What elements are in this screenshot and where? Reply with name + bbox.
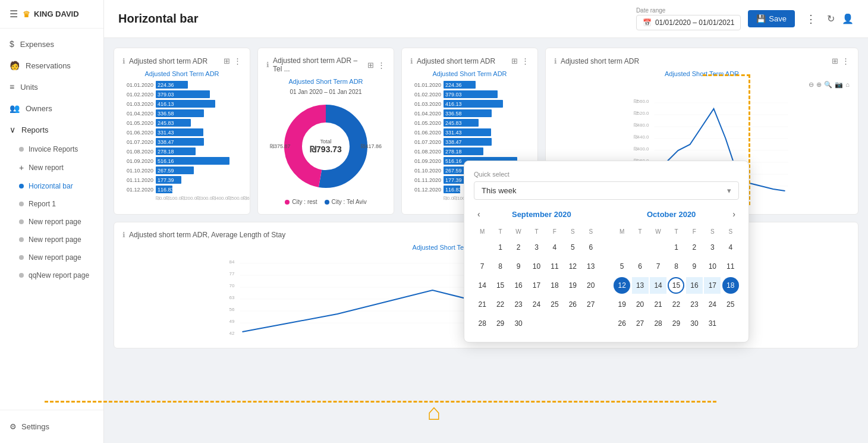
- calendar-day[interactable]: 12: [564, 258, 581, 275]
- chart-more-button-4[interactable]: ⋮: [842, 56, 850, 65]
- calendar-day[interactable]: 3: [528, 239, 545, 256]
- save-button[interactable]: 💾 Save: [748, 10, 795, 27]
- chart-filter-button-4[interactable]: ⊞: [832, 56, 838, 65]
- sidebar-item-new-report-2[interactable]: New report page: [5, 231, 103, 249]
- sidebar-item-reports[interactable]: ∨ Reports: [0, 119, 103, 140]
- calendar-day[interactable]: 8: [668, 258, 684, 275]
- calendar-day[interactable]: 15: [668, 277, 684, 294]
- calendar-day[interactable]: 14: [474, 277, 490, 294]
- calendar-day[interactable]: 8: [492, 258, 509, 275]
- sidebar-item-settings[interactable]: ⚙ Settings: [10, 417, 94, 436]
- calendar-day[interactable]: 19: [614, 296, 630, 313]
- calendar-day[interactable]: 28: [650, 315, 666, 332]
- menu-icon[interactable]: ☰: [10, 8, 18, 20]
- calendar-day[interactable]: 20: [583, 277, 599, 294]
- calendar-day[interactable]: 1: [492, 239, 509, 256]
- pan-icon[interactable]: 🔍: [824, 81, 832, 89]
- calendar-day[interactable]: 30: [686, 315, 703, 332]
- calendar-day[interactable]: 7: [650, 258, 666, 275]
- calendar-day[interactable]: 5: [614, 258, 630, 275]
- calendar-day[interactable]: 18: [722, 277, 739, 294]
- more-options-button[interactable]: ⋮: [802, 10, 820, 28]
- calendar-day[interactable]: 26: [614, 315, 630, 332]
- calendar-day[interactable]: 12: [614, 277, 630, 294]
- calendar-day[interactable]: 2: [510, 239, 527, 256]
- sidebar-item-owners[interactable]: 👥 Owners: [0, 98, 103, 119]
- calendar-day[interactable]: 26: [564, 296, 581, 313]
- calendar-day[interactable]: 11: [722, 258, 739, 275]
- calendar-day[interactable]: 16: [686, 277, 703, 294]
- calendar-day[interactable]: 20: [632, 296, 649, 313]
- sidebar-item-expenses[interactable]: $ Expenses: [0, 33, 103, 55]
- calendar-day[interactable]: 23: [686, 296, 703, 313]
- home-icon[interactable]: ⌂: [845, 81, 850, 89]
- next-month-button[interactable]: ›: [729, 208, 739, 220]
- calendar-day[interactable]: 3: [704, 239, 721, 256]
- date-range-input[interactable]: 📅 01/01/2020 – 01/01/2021: [636, 15, 741, 30]
- calendar-day[interactable]: 29: [668, 315, 684, 332]
- chart-filter-button-1[interactable]: ⊞: [224, 56, 230, 65]
- calendar-day[interactable]: 15: [492, 277, 509, 294]
- calendar-day[interactable]: 4: [546, 239, 563, 256]
- calendar-day[interactable]: 25: [546, 296, 563, 313]
- account-button[interactable]: 👤: [842, 13, 854, 24]
- calendar-day[interactable]: 19: [564, 277, 581, 294]
- calendar-day[interactable]: 10: [704, 258, 721, 275]
- calendar-day[interactable]: 31: [704, 315, 721, 332]
- calendar-day[interactable]: 28: [474, 315, 490, 332]
- calendar-day[interactable]: 14: [650, 277, 666, 294]
- sidebar-item-new-report-3[interactable]: New report page: [5, 249, 103, 266]
- calendar-day[interactable]: 5: [564, 239, 581, 256]
- sidebar-item-new-report-1[interactable]: New report page: [5, 213, 103, 231]
- calendar-day[interactable]: 23: [510, 296, 527, 313]
- chart-more-button-1[interactable]: ⋮: [234, 56, 241, 65]
- calendar-day[interactable]: 24: [704, 296, 721, 313]
- calendar-day[interactable]: 21: [474, 296, 490, 313]
- calendar-day[interactable]: 17: [704, 277, 721, 294]
- calendar-day[interactable]: 18: [546, 277, 563, 294]
- calendar-day[interactable]: 22: [668, 296, 684, 313]
- calendar-day[interactable]: 9: [510, 258, 527, 275]
- calendar-day[interactable]: 13: [632, 277, 649, 294]
- calendar-day[interactable]: 6: [632, 258, 649, 275]
- calendar-day[interactable]: 7: [474, 258, 490, 275]
- card4-title-text: Adjusted short term ADR: [561, 57, 639, 65]
- calendar-day[interactable]: 13: [583, 258, 599, 275]
- calendar-day[interactable]: 24: [528, 296, 545, 313]
- calendar-day[interactable]: 6: [583, 239, 599, 256]
- chart-filter-button-3[interactable]: ⊞: [511, 56, 518, 65]
- calendar-day[interactable]: 10: [528, 258, 545, 275]
- calendar-day[interactable]: 30: [510, 315, 527, 332]
- calendar-day[interactable]: 27: [632, 315, 649, 332]
- refresh-button[interactable]: ↻: [827, 13, 835, 24]
- download-icon[interactable]: 📷: [835, 81, 843, 89]
- calendar-day[interactable]: 21: [650, 296, 666, 313]
- calendar-day[interactable]: 29: [492, 315, 509, 332]
- chart-more-button-2[interactable]: ⋮: [378, 61, 385, 70]
- quick-select-dropdown[interactable]: This week ▾: [474, 181, 739, 200]
- calendar-day[interactable]: 9: [686, 258, 703, 275]
- zoom-reset-icon[interactable]: ⊖: [809, 81, 814, 89]
- calendar-day[interactable]: 11: [546, 258, 563, 275]
- sidebar-item-reservations[interactable]: 🧑 Reservations: [0, 55, 103, 76]
- sidebar-add-report[interactable]: + New report: [5, 158, 103, 177]
- calendar-day[interactable]: 25: [722, 296, 739, 313]
- calendar-day[interactable]: 2: [686, 239, 703, 256]
- calendar-day[interactable]: 1: [668, 239, 684, 256]
- sidebar-item-horizontal-bar[interactable]: Horizontal bar: [5, 177, 103, 195]
- calendar-day[interactable]: 22: [492, 296, 509, 313]
- sidebar-item-qqnew[interactable]: qqNew report page: [5, 266, 103, 284]
- chart-filter-button-2[interactable]: ⊞: [367, 61, 374, 70]
- calendar-day[interactable]: 16: [510, 277, 527, 294]
- calendar-day[interactable]: 27: [583, 296, 599, 313]
- sidebar-item-units[interactable]: ≡ Units: [0, 76, 103, 98]
- chart-card-3-header: ℹ Adjusted short term ADR ⊞ ⋮: [410, 56, 529, 65]
- calendar-day[interactable]: 4: [722, 239, 739, 256]
- calendar-day[interactable]: 17: [528, 277, 545, 294]
- zoom-icon[interactable]: ⊕: [816, 81, 822, 89]
- sidebar-item-report1[interactable]: Report 1: [5, 195, 103, 213]
- hbar-row: 01.07.2020338.47: [122, 138, 241, 146]
- sidebar-item-invoice-reports[interactable]: Invoice Reports: [5, 140, 103, 158]
- prev-month-button[interactable]: ‹: [474, 208, 484, 220]
- chart-more-button-3[interactable]: ⋮: [521, 56, 529, 65]
